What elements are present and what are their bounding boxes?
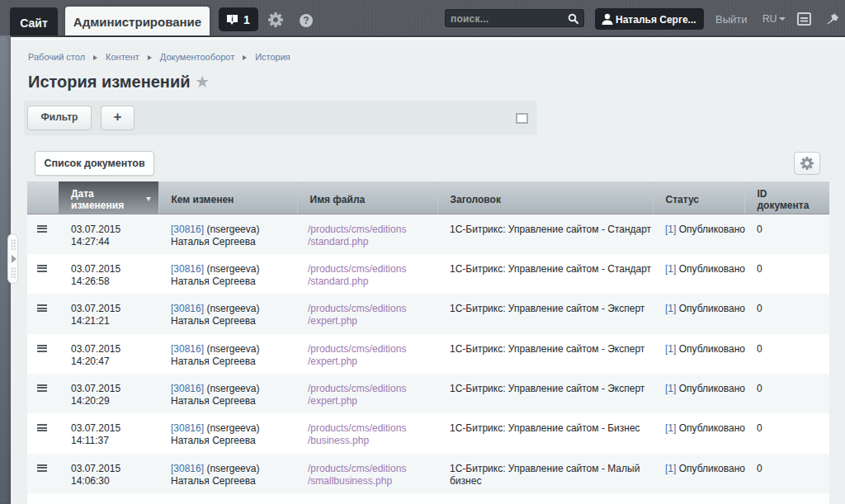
- svg-text:i: i: [231, 15, 234, 23]
